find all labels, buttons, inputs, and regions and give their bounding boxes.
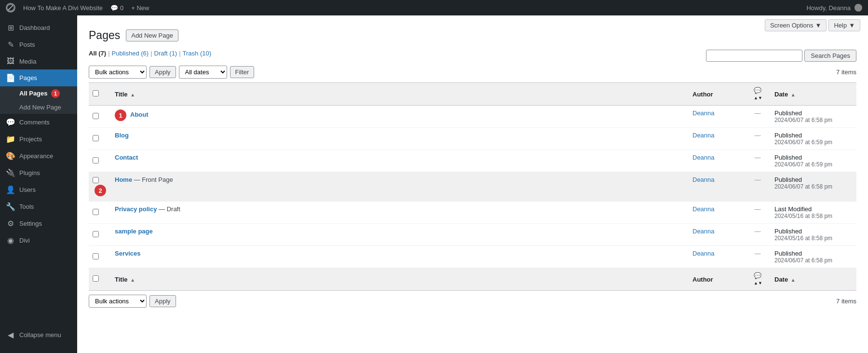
col-footer-author: Author: [688, 268, 746, 291]
row-title-link-services[interactable]: Services: [115, 250, 141, 257]
table-row: Privacy policy — DraftDeanna—Last Modifi…: [89, 202, 856, 224]
add-new-page-button[interactable]: Add New Page: [126, 29, 178, 41]
table-body: 1AboutDeanna—Published2024/06/07 at 6:58…: [89, 106, 856, 268]
col-footer-title[interactable]: Title ▲: [110, 268, 688, 291]
sidebar-item-users[interactable]: 👤 Users: [0, 181, 77, 198]
row-comments-cell-about: —: [746, 106, 770, 128]
checkbox-sample-page[interactable]: [93, 231, 99, 237]
adminbar-comments[interactable]: 💬 0: [110, 4, 123, 12]
filter-all[interactable]: All (7): [89, 50, 106, 57]
apply-button-top[interactable]: Apply: [149, 66, 176, 78]
sidebar-item-dashboard[interactable]: ⊞ Dashboard: [0, 19, 77, 36]
step-badge-2: 2: [95, 185, 106, 196]
select-all-checkbox[interactable]: [93, 90, 99, 96]
screen-options-button[interactable]: Screen Options ▼: [765, 19, 827, 31]
col-header-title[interactable]: Title ▲: [110, 83, 688, 106]
checkbox-services[interactable]: [93, 253, 99, 259]
dates-filter-select[interactable]: All dates: [179, 66, 227, 79]
sidebar-item-plugins[interactable]: 🔌 Plugins: [0, 164, 77, 181]
row-title-link-home[interactable]: Home: [115, 176, 132, 183]
sidebar-item-tools[interactable]: 🔧 Tools: [0, 198, 77, 215]
sidebar-item-settings[interactable]: ⚙ Settings: [0, 215, 77, 232]
row-title-link-about[interactable]: About: [130, 111, 149, 118]
row-checkbox-about: [89, 106, 110, 128]
search-pages-button[interactable]: Search Pages: [804, 50, 856, 62]
users-icon: 👤: [6, 185, 15, 194]
filter-published[interactable]: Published (6): [112, 50, 149, 57]
comments-column-icon: 💬: [754, 87, 761, 94]
checkbox-home[interactable]: [93, 177, 99, 183]
row-comments-cell-blog: —: [746, 128, 770, 150]
sidebar-item-projects[interactable]: 📁 Projects: [0, 131, 77, 148]
sidebar-item-media[interactable]: 🖼 Media: [0, 53, 77, 69]
checkbox-blog[interactable]: [93, 135, 99, 141]
checkbox-contact[interactable]: [93, 157, 99, 163]
sidebar-item-divi[interactable]: ◉ Divi: [0, 232, 77, 249]
sidebar-item-comments[interactable]: 💬 Comments: [0, 114, 77, 131]
date-value-privacy-policy: 2024/05/16 at 8:58 pm: [774, 213, 852, 219]
row-checkbox-home: 2: [89, 172, 110, 202]
row-title-link-contact[interactable]: Contact: [115, 154, 138, 161]
col-footer-date[interactable]: Date ▲: [770, 268, 856, 291]
row-title-link-blog[interactable]: Blog: [115, 132, 129, 139]
author-link-home[interactable]: Deanna: [692, 176, 715, 183]
bulk-actions-select-bottom[interactable]: Bulk actions: [89, 295, 147, 308]
select-all-checkbox-bottom[interactable]: [93, 275, 99, 282]
date-value-home: 2024/06/07 at 6:58 pm: [774, 183, 852, 190]
row-date-cell-home: Published2024/06/07 at 6:58 pm: [770, 172, 856, 202]
filter-button[interactable]: Filter: [230, 66, 255, 78]
select-all-checkbox-header[interactable]: [89, 83, 110, 106]
row-checkbox-sample-page: [89, 224, 110, 246]
date-label-privacy-policy: Last Modified: [774, 205, 852, 213]
checkbox-about[interactable]: [93, 113, 99, 119]
sidebar-item-appearance[interactable]: 🎨 Appearance: [0, 148, 77, 164]
author-link-about[interactable]: Deanna: [692, 109, 715, 117]
author-link-sample-page[interactable]: Deanna: [692, 228, 715, 235]
table-header-row: Title ▲ Author 💬 ▲▼ Date ▲: [89, 83, 856, 106]
wp-logo[interactable]: [6, 3, 15, 13]
col-header-date[interactable]: Date ▲: [770, 83, 856, 106]
row-date-cell-privacy-policy: Last Modified2024/05/16 at 8:58 pm: [770, 202, 856, 224]
main-content: Screen Options ▼ Help ▼ Pages Add New Pa…: [77, 15, 868, 353]
comments-sort-footer: ▲▼: [754, 281, 762, 285]
table-row: sample pageDeanna—Published2024/05/16 at…: [89, 224, 856, 246]
author-link-privacy-policy[interactable]: Deanna: [692, 205, 715, 213]
date-value-blog: 2024/06/07 at 6:59 pm: [774, 139, 852, 146]
row-title-cell-about: 1About: [110, 106, 688, 128]
submenu-add-new-page[interactable]: Add New Page: [0, 101, 77, 114]
row-date-cell-about: Published2024/06/07 at 6:58 pm: [770, 106, 856, 128]
submenu-all-pages[interactable]: All Pages 1: [0, 86, 77, 101]
col-header-comments[interactable]: 💬 ▲▼: [746, 83, 770, 106]
author-link-blog[interactable]: Deanna: [692, 132, 715, 139]
checkbox-privacy-policy[interactable]: [93, 209, 99, 215]
date-value-contact: 2024/06/07 at 6:59 pm: [774, 161, 852, 168]
adminbar-new[interactable]: + New: [131, 4, 149, 12]
help-button[interactable]: Help ▼: [828, 19, 860, 31]
filter-trash[interactable]: Trash (10): [183, 50, 211, 57]
row-author-cell-sample-page: Deanna: [688, 224, 746, 246]
sidebar-item-posts[interactable]: ✎ Posts: [0, 36, 77, 53]
apply-button-bottom[interactable]: Apply: [149, 295, 176, 307]
row-title-cell-contact: Contact: [110, 150, 688, 172]
search-input[interactable]: [706, 50, 802, 62]
sidebar-item-pages[interactable]: 📄 Pages: [0, 69, 77, 86]
adminbar-site-name[interactable]: How To Make A Divi Website: [23, 4, 103, 12]
sidebar-collapse[interactable]: ◀ Collapse menu: [0, 326, 77, 343]
avatar: [854, 4, 862, 12]
bulk-actions-select-top[interactable]: Bulk actions: [89, 66, 147, 79]
row-title-link-sample-page[interactable]: sample page: [115, 228, 153, 235]
author-link-contact[interactable]: Deanna: [692, 154, 715, 161]
page-status-privacy-policy: — Draft: [157, 205, 180, 213]
select-all-checkbox-footer[interactable]: [89, 268, 110, 291]
row-comments-cell-sample-page: —: [746, 224, 770, 246]
projects-icon: 📁: [6, 135, 15, 144]
author-link-services[interactable]: Deanna: [692, 250, 715, 257]
row-title-link-privacy-policy[interactable]: Privacy policy: [115, 205, 157, 213]
table-row: ServicesDeanna—Published2024/06/07 at 6:…: [89, 246, 856, 268]
table-footer-row: Title ▲ Author 💬 ▲▼ Date ▲: [89, 268, 856, 291]
appearance-icon: 🎨: [6, 151, 15, 161]
row-comments-cell-privacy-policy: —: [746, 202, 770, 224]
filter-draft[interactable]: Draft (1): [154, 50, 177, 57]
tablenav-top: Bulk actions Apply All dates Filter 7 it…: [89, 66, 856, 79]
col-header-author[interactable]: Author: [688, 83, 746, 106]
